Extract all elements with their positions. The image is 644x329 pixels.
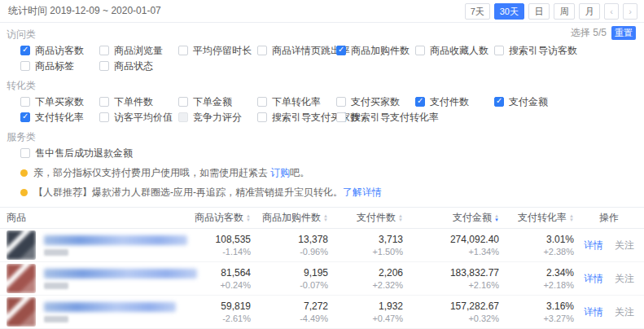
follow-link[interactable]: 关注	[615, 273, 634, 284]
metric-label: 支付金额	[509, 95, 548, 109]
metric-checkbox[interactable]: 支付金额	[494, 96, 573, 107]
checkbox-icon	[494, 97, 504, 107]
column-header-cart-adds[interactable]: 商品加购件数▲▼	[251, 211, 328, 225]
prev-arrow-icon[interactable]: ‹	[604, 3, 619, 20]
metric-checkbox[interactable]: 搜索引导支付买家数	[257, 112, 336, 123]
metric-label: 下单件数	[114, 95, 153, 109]
checkbox-icon	[494, 46, 504, 55]
metric-label: 支付买家数	[351, 95, 400, 109]
checkbox-icon	[336, 46, 346, 55]
range-day-button[interactable]: 日	[528, 3, 550, 20]
metric-checkbox[interactable]: 竞争力评分	[178, 112, 257, 123]
pay-rate-cell: 3.01%+2.38%	[499, 234, 574, 257]
detail-link[interactable]: 详情	[584, 273, 603, 284]
actions-cell: 详情关注	[574, 239, 644, 252]
metric-checkbox[interactable]: 平均停留时长	[178, 45, 257, 56]
cart-adds-cell: 13,378-0.96%	[251, 234, 328, 257]
detail-link[interactable]: 详情	[584, 306, 603, 318]
follow-link[interactable]: 关注	[615, 306, 634, 318]
product-cell[interactable]	[0, 230, 194, 260]
notice-text: 【人群推荐】爆款潜力人群圈选-应用-再追踪，精准营销提升宝贝转化。了解详情	[33, 186, 382, 200]
metric-checkbox[interactable]: 访客平均价值	[99, 112, 178, 123]
metric-checkbox[interactable]: 下单转化率	[257, 96, 336, 107]
metric-checkbox[interactable]: 支付转化率	[20, 112, 99, 123]
metric-value: 3,713	[379, 234, 403, 246]
range-month-button[interactable]: 月	[579, 3, 600, 20]
column-header-pay-count[interactable]: 支付件数▲▼	[328, 211, 403, 225]
group-items: 售中售后成功退款金额	[7, 147, 637, 163]
metric-delta: +2.32%	[372, 279, 403, 291]
learn-more-link[interactable]: 了解详情	[343, 186, 382, 198]
metric-checkbox[interactable]: 支付件数	[415, 96, 494, 107]
pay-amount-cell: 274,092.40+1.34%	[403, 234, 499, 257]
metric-checkbox[interactable]: 搜索引导访客数	[494, 45, 573, 56]
metric-label: 支付转化率	[35, 111, 84, 125]
selection-count: 选择 5/5	[571, 26, 607, 40]
notice-prefix: 【人群推荐】爆款潜力人群圈选-应用-再追踪，精准营销提升宝贝转化。	[33, 186, 343, 198]
range-30d-button[interactable]: 30天	[494, 3, 524, 20]
metric-checkbox[interactable]: 商品加购件数	[336, 45, 415, 56]
group-items: 商品访客数 商品浏览量 平均停留时长 商品详情页跳出率 商品加购件数 商品收藏人…	[7, 45, 637, 76]
metric-value: 59,819	[221, 300, 251, 313]
metric-label: 商品收藏人数	[430, 44, 488, 58]
subscribe-link[interactable]: 订购	[270, 167, 290, 178]
column-header-visitors[interactable]: 商品访客数▲▼	[194, 211, 251, 225]
range-7d-button[interactable]: 7天	[465, 3, 490, 20]
detail-link[interactable]: 详情	[584, 239, 603, 251]
metric-label: 商品加购件数	[351, 44, 410, 58]
metric-checkbox[interactable]: 商品收藏人数	[415, 45, 494, 56]
checkbox-icon	[20, 97, 30, 107]
checkbox-icon	[99, 61, 109, 71]
metric-checkbox[interactable]: 商品状态	[99, 60, 178, 72]
column-header-actions: 操作	[574, 211, 644, 225]
metric-value: 274,092.40	[450, 234, 499, 246]
metric-value: 108,535	[216, 234, 251, 246]
metric-checkbox[interactable]: 商品浏览量	[99, 45, 178, 56]
product-title-blurred	[44, 235, 187, 256]
metric-label: 访客平均价值	[114, 111, 173, 125]
metric-checkbox[interactable]: 商品标签	[20, 60, 99, 72]
metric-checkbox[interactable]: 商品详情页跳出率	[257, 45, 336, 56]
stat-time-label: 统计时间 2019-12-09 ~ 2020-01-07	[8, 4, 161, 18]
product-thumbnail	[7, 297, 36, 327]
metric-delta: -2.61%	[222, 313, 251, 324]
table-row: 59,819-2.61% 7,272-4.49% 1,932+0.47% 157…	[0, 296, 644, 329]
cart-adds-cell: 7,272-4.49%	[251, 300, 328, 324]
column-label: 商品	[7, 211, 26, 225]
metric-checkbox[interactable]: 下单金额	[178, 96, 257, 107]
metric-label: 下单买家数	[35, 95, 84, 109]
checkbox-icon	[257, 46, 267, 55]
reset-button[interactable]: 重置	[611, 26, 636, 40]
next-arrow-icon[interactable]: ›	[623, 3, 637, 20]
metric-checkbox[interactable]: 搜索引导支付转化率	[336, 112, 415, 123]
table-row: 108,535-1.14% 13,378-0.96% 3,713+1.50% 2…	[0, 229, 644, 262]
selection-summary-area: 选择 5/5 重置	[571, 26, 636, 40]
metric-label: 商品标签	[35, 59, 74, 73]
checkbox-icon	[257, 97, 267, 107]
metric-delta: +0.47%	[372, 313, 403, 324]
visitors-cell: 59,819-2.61%	[194, 300, 251, 324]
checkbox-icon	[20, 46, 30, 55]
column-header-pay-rate[interactable]: 支付转化率▲▼	[499, 211, 574, 225]
group-label: 访问类	[7, 28, 637, 42]
metric-delta: +2.18%	[543, 279, 574, 291]
metric-checkbox[interactable]: 支付买家数	[336, 96, 415, 107]
pay-amount-cell: 157,282.67+0.32%	[403, 300, 499, 324]
metric-checkbox[interactable]: 下单买家数	[20, 96, 99, 107]
metric-delta: -0.07%	[300, 279, 328, 291]
metric-label: 搜索引导访客数	[509, 44, 577, 58]
product-cell[interactable]	[0, 264, 194, 293]
metric-checkbox[interactable]: 售中售后成功退款金额	[20, 147, 133, 159]
column-header-pay-amount[interactable]: 支付金额▲▼	[403, 211, 499, 225]
metric-checkbox[interactable]: 商品访客数	[20, 45, 99, 56]
range-week-button[interactable]: 周	[554, 3, 575, 20]
column-label: 支付件数	[357, 211, 396, 225]
notice-prefix: 亲，部分指标仅支持付费用户使用哦，如需使用赶紧去	[33, 167, 270, 178]
group-label: 转化类	[7, 79, 637, 93]
checkbox-icon	[336, 112, 346, 122]
metric-checkbox[interactable]: 下单件数	[99, 96, 178, 107]
metric-value: 157,282.67	[450, 300, 499, 313]
follow-link[interactable]: 关注	[615, 239, 634, 251]
product-cell[interactable]	[0, 297, 194, 327]
pay-count-cell: 3,713+1.50%	[328, 234, 403, 257]
